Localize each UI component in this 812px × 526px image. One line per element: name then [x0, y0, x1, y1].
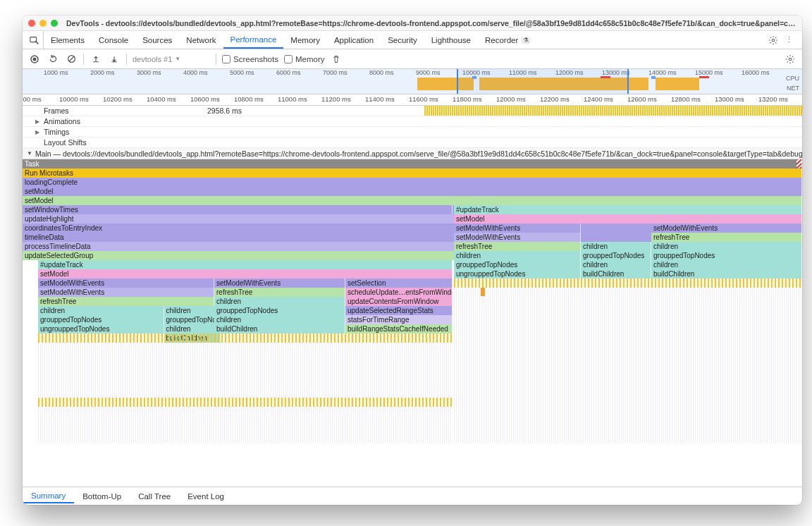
flame-entry[interactable]: ungrouppedTopNodes [38, 324, 164, 334]
tab-recorder[interactable]: Recorder⚗ [478, 31, 538, 49]
timeline-overview[interactable]: 1000 ms2000 ms3000 ms4000 ms5000 ms6000 … [23, 69, 802, 94]
close-icon[interactable] [28, 20, 35, 27]
track-frames[interactable]: Frames 2958.6 ms [23, 106, 802, 116]
record-button[interactable] [28, 53, 41, 66]
flame-entry[interactable]: children [38, 306, 164, 315]
flame-entry[interactable]: setModel [23, 187, 802, 196]
flame-stripe-area[interactable] [38, 334, 453, 444]
flame-entry[interactable]: grouppedTopNodes [454, 260, 581, 269]
capture-settings-gear-icon[interactable] [784, 53, 796, 66]
flame-entry[interactable]: children [651, 242, 802, 251]
flame-entry[interactable]: children [651, 260, 802, 269]
flame-entry[interactable]: setModel [454, 214, 802, 224]
flame-entry[interactable]: setModelWithEvents [214, 279, 345, 288]
flame-entry[interactable]: Run Microtasks [23, 169, 802, 178]
flame-stripe-area[interactable] [38, 334, 453, 343]
flame-entry[interactable]: children [164, 306, 221, 315]
tab-performance[interactable]: Performance [223, 31, 284, 49]
flame-entry[interactable]: grouppedTopNodes [651, 251, 802, 260]
flame-entry[interactable]: updateContentsFromWindow [345, 297, 453, 306]
screenshots-checkbox[interactable]: Screenshots [222, 55, 278, 63]
memory-checkbox-input[interactable] [284, 55, 293, 63]
ruler-tick: 11600 ms [409, 95, 438, 103]
flame-entry[interactable]: setModelWithEvents [454, 224, 581, 233]
flame-entry[interactable]: children [164, 324, 221, 334]
download-profile-button[interactable] [108, 53, 121, 66]
tab-lighthouse[interactable]: Lighthouse [424, 31, 478, 49]
details-tab-summary[interactable]: Summary [23, 487, 74, 505]
flame-task[interactable]: Task [23, 159, 802, 169]
flame-entry[interactable]: children [581, 260, 651, 269]
flame-stripe-area[interactable] [454, 279, 802, 288]
tab-elements[interactable]: Elements [44, 31, 92, 49]
more-vertical-icon[interactable]: ⋮ [784, 35, 794, 45]
overview-selection-window[interactable] [457, 69, 629, 94]
flame-entry[interactable]: grouppedTopNodes [581, 251, 651, 260]
flame-entry[interactable]: scheduleUpdate…entsFromWindow [345, 288, 453, 297]
clear-button[interactable] [65, 53, 78, 66]
flame-entry[interactable]: setModelWithEvents [38, 279, 214, 288]
flame-entry[interactable]: setSelection [345, 279, 453, 288]
tab-console[interactable]: Console [92, 31, 135, 49]
minimize-icon[interactable] [39, 20, 47, 27]
tab-application[interactable]: Application [327, 31, 381, 49]
flame-entry[interactable]: refreshTree [38, 297, 214, 306]
overview-tick: 14000 ms [648, 69, 677, 76]
flame-chart[interactable]: TaskRun MicrotasksloadingCompletesetMode… [23, 159, 802, 487]
flame-entry[interactable]: statsForTimeRange [345, 315, 453, 324]
tab-sources[interactable]: Sources [135, 31, 179, 49]
window-title: DevTools - devtools://devtools/bundled/d… [62, 19, 796, 27]
flame-entry[interactable]: updateSelectedRangeStats [345, 306, 453, 315]
flame-entry[interactable]: children [214, 315, 345, 324]
flame-entry[interactable]: refreshTree [454, 242, 581, 251]
flame-entry[interactable]: children [214, 297, 345, 306]
tab-network[interactable]: Network [179, 31, 223, 49]
memory-checkbox[interactable]: Memory [284, 55, 325, 63]
timeline-ruler[interactable]: 9800 ms10000 ms10200 ms10400 ms10600 ms1… [23, 94, 802, 106]
flame-entry[interactable]: setModel [38, 269, 453, 279]
flame-entry[interactable]: buildChildren [651, 269, 802, 279]
flame-entry[interactable]: buildRangeStatsCacheIfNeeded [345, 324, 453, 334]
flame-entry[interactable]: setModel [23, 196, 802, 205]
separator [216, 54, 216, 65]
tab-security[interactable]: Security [381, 31, 424, 49]
flame-entry[interactable]: #updateTrack [38, 260, 453, 269]
flame-entry[interactable]: ungrouppedTopNodes [454, 269, 581, 279]
context-select-value: devtools #1 [133, 55, 172, 63]
flame-entry[interactable]: grouppedTopNodes [214, 306, 345, 315]
screenshots-checkbox-input[interactable] [222, 55, 230, 63]
flame-entry[interactable]: #updateTrack [454, 205, 802, 214]
inspect-element-button[interactable] [25, 31, 44, 49]
track-layout-shifts[interactable]: Layout Shifts [23, 137, 802, 148]
trash-icon[interactable] [330, 53, 343, 66]
flame-entry[interactable]: setModelWithEvents [454, 233, 581, 242]
flame-entry[interactable]: setModelWithEvents [651, 224, 802, 233]
overview-tick: 8000 ms [369, 69, 394, 76]
flame-entry[interactable]: buildChildren [581, 269, 651, 279]
ruler-tick: 11800 ms [453, 95, 482, 103]
flame-entry[interactable]: setModelWithEvents [38, 288, 214, 297]
flame-entry[interactable]: buildChildren [214, 324, 345, 334]
reload-record-button[interactable] [47, 53, 59, 66]
main-thread-header[interactable]: ▼ Main — devtools://devtools/bundled/dev… [23, 148, 802, 159]
flame-stripe-area[interactable] [454, 279, 802, 444]
flame-entry[interactable]: loadingComplete [23, 178, 802, 187]
flame-stripe-area[interactable] [38, 398, 453, 407]
flame-entry[interactable]: refreshTree [651, 233, 802, 242]
flame-entry[interactable]: refreshTree [214, 288, 345, 297]
track-timings[interactable]: ▶Timings [23, 127, 802, 137]
zoom-icon[interactable] [51, 20, 58, 27]
flame-entry[interactable]: children [581, 242, 651, 251]
details-tab-event-log[interactable]: Event Log [179, 487, 233, 505]
upload-profile-button[interactable] [90, 53, 102, 66]
flame-entry[interactable]: grouppedTopNodes [164, 315, 221, 324]
track-animations[interactable]: ▶Animations [23, 116, 802, 127]
flame-entry[interactable]: grouppedTopNodes [38, 315, 164, 324]
settings-gear-icon[interactable] [768, 35, 778, 45]
flame-entry[interactable]: children [454, 251, 581, 260]
context-select[interactable]: devtools #1 ▼ [133, 55, 210, 63]
details-tab-call-tree[interactable]: Call Tree [130, 487, 179, 505]
flame-entry[interactable]: setWindowTimes [23, 205, 453, 214]
details-tab-bottom-up[interactable]: Bottom-Up [74, 487, 130, 505]
tab-memory[interactable]: Memory [283, 31, 327, 49]
